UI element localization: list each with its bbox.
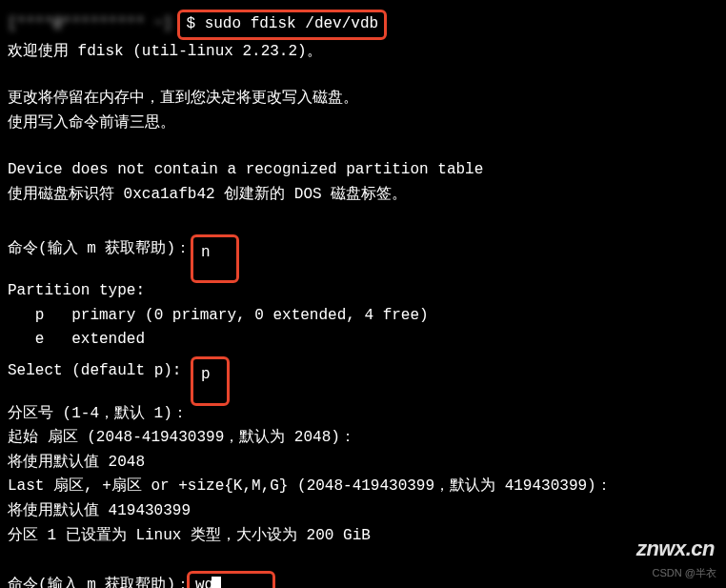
obscured-hostname: [****@********* ~] [8,15,172,32]
partition-num-line: 分区号 (1-4，默认 1)： [8,402,718,427]
no-partition-line: Device does not contain a recognized par… [8,158,718,183]
terminal-cursor [212,577,221,588]
welcome-line: 欢迎使用 fdisk (util-linux 2.23.2)。 [8,40,718,65]
command-text: sudo fdisk /dev/vdb [205,15,378,32]
watermark-main: znwx.cn [636,532,715,565]
cmd-prompt-wq-line[interactable]: 命令(输入 m 获取帮助)：wq [8,571,718,588]
input-wq-highlight: wq [187,571,275,588]
prompt-line[interactable]: [****@********* ~] $ sudo fdisk /dev/vdb [8,10,718,40]
last-sector-line: Last 扇区, +扇区 or +size{K,M,G} (2048-41943… [8,475,718,499]
default-2048-line: 将使用默认值 2048 [8,451,718,476]
partition-set-line: 分区 1 已设置为 Linux 类型，大小设为 200 GiB [8,524,718,549]
select-default-line[interactable]: Select (default p): p [8,353,718,402]
input-p-highlight: p [191,356,230,406]
write-warning-line: 使用写入命令前请三思。 [8,112,718,136]
disk-label-line: 使用磁盘标识符 0xca1afb42 创建新的 DOS 磁盘标签。 [8,183,718,208]
option-p-line: p primary (0 primary, 0 extended, 4 free… [8,304,718,329]
first-sector-line: 起始 扇区 (2048-419430399，默认为 2048)： [8,426,718,451]
default-last-line: 将使用默认值 419430399 [8,499,718,524]
cmd-prompt-n-line[interactable]: 命令(输入 m 获取帮助)：n [8,231,718,280]
input-n-highlight: n [191,234,239,284]
memory-notice-line: 更改将停留在内存中，直到您决定将更改写入磁盘。 [8,87,718,112]
watermark-sub: CSDN @半衣 [653,565,716,582]
option-e-line: e extended [8,328,718,353]
partition-type-line: Partition type: [8,279,718,304]
command-highlight: $ sudo fdisk /dev/vdb [177,10,387,40]
